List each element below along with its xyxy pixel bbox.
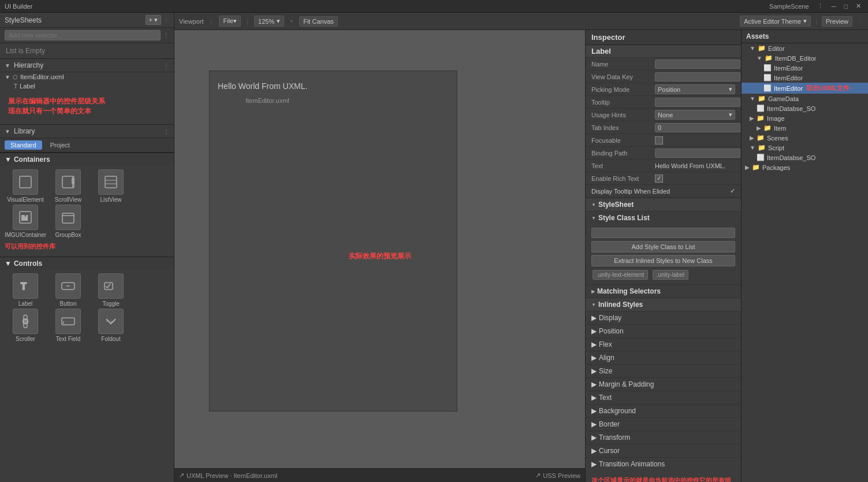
assets-itemdb-folder[interactable]: ▼ 📁 ItemDB_Editor xyxy=(742,53,868,63)
gamedata-expand-icon: ▼ xyxy=(750,95,755,102)
assets-itemeditor-1[interactable]: ⬜ ItemEditor xyxy=(742,63,868,73)
assets-image-folder[interactable]: ▶ 📁 Image xyxy=(742,113,868,123)
group-box-label: GroupBox xyxy=(55,232,81,239)
scene-menu-btn[interactable]: ⋮ xyxy=(815,2,826,10)
lib-item-visual-element[interactable]: VisualElement xyxy=(5,169,46,203)
margin-header[interactable]: ▶ Margin & Padding xyxy=(586,378,741,391)
library-collapse-icon[interactable]: ▼ xyxy=(5,128,10,135)
inspector-usagehints-dropdown[interactable]: None ▾ xyxy=(655,110,735,120)
zoom-dropdown[interactable]: 125% ▾ xyxy=(254,16,284,27)
stylesheet-menu-btn[interactable]: ⋮ xyxy=(163,17,169,23)
inspector-tooltip-input[interactable] xyxy=(655,98,740,107)
selector-options-btn[interactable]: ⋮ xyxy=(163,32,169,39)
cursor-header[interactable]: ▶ Cursor xyxy=(586,444,741,457)
lib-item-scroll-view[interactable]: ScrollView xyxy=(47,169,89,203)
fit-canvas-btn[interactable]: Fit Canvas xyxy=(299,16,338,27)
assets-itemeditor-2[interactable]: ⬜ ItemEditor xyxy=(742,73,868,83)
add-stylesheet-btn[interactable]: + ▾ xyxy=(146,15,161,25)
uss-preview-link[interactable]: ↗ xyxy=(535,472,541,479)
inspector-matching-selectors[interactable]: ▶ Matching Selectors xyxy=(586,284,741,298)
hierarchy-menu-btn[interactable]: ⋮ xyxy=(163,62,169,69)
assets-script-itemdatabse[interactable]: ⬜ ItemDatabse_SO xyxy=(742,153,868,162)
background-header[interactable]: ▶ Background xyxy=(586,405,741,417)
assets-scenes-folder[interactable]: ▶ 📁 Scenes xyxy=(742,133,868,143)
controls-header[interactable]: ▼ Controls xyxy=(0,257,174,270)
library-tab-project[interactable]: Project xyxy=(44,140,76,150)
inspector-pickingmode-dropdown[interactable]: Position ▾ xyxy=(655,84,735,94)
scroll-view-icon xyxy=(55,169,81,195)
close-btn[interactable]: ✕ xyxy=(854,2,863,10)
size-label: Size xyxy=(599,367,612,375)
containers-header[interactable]: ▼ Containers xyxy=(0,153,174,166)
button-label: Button xyxy=(60,301,77,307)
text-section-label: Text xyxy=(599,394,612,402)
library-tabs: Standard Project xyxy=(0,138,174,153)
assets-itemdatabse[interactable]: ⬜ ItemDatabse_SO xyxy=(742,103,868,113)
assets-script-folder[interactable]: ▼ 📁 Script xyxy=(742,143,868,153)
inspector-tabindex-input[interactable] xyxy=(655,123,740,132)
svg-rect-0 xyxy=(20,176,31,188)
position-header[interactable]: ▶ Position xyxy=(586,325,741,338)
editor-expand-icon: ▼ xyxy=(750,45,755,51)
library-menu-btn[interactable]: ⋮ xyxy=(163,128,169,135)
lib-item-foldout[interactable]: Foldout xyxy=(90,309,132,343)
style-class-input[interactable] xyxy=(591,228,735,238)
lib-item-text-field[interactable]: Text Field xyxy=(47,309,89,343)
inspector-text-row: Text Hello World From UXML. xyxy=(586,160,741,172)
text-field-icon xyxy=(55,309,81,334)
uxml-preview-link[interactable]: ↗ xyxy=(179,472,184,479)
inspector-name-input[interactable] xyxy=(655,60,740,69)
extract-styles-btn[interactable]: Extract Inlined Styles to New Class xyxy=(591,255,735,266)
border-header[interactable]: ▶ Border xyxy=(586,418,741,431)
itemdb-folder-icon: 📁 xyxy=(765,54,773,62)
minimize-btn[interactable]: ─ xyxy=(829,3,839,10)
inspector-bindingpath-input[interactable] xyxy=(655,149,740,158)
lib-item-list-view[interactable]: ListView xyxy=(90,169,132,203)
stylesheets-header: StyleSheets + ▾ ⋮ xyxy=(0,13,174,28)
assets-packages-folder[interactable]: ▶ 📁 Packages xyxy=(742,162,868,172)
lib-item-imgui[interactable]: IM IMGUIContainer xyxy=(5,205,46,239)
inspector-viewdatakey-input[interactable] xyxy=(655,72,740,81)
flex-header[interactable]: ▶ Flex xyxy=(586,338,741,351)
inspector-flex-section: ▶ Flex xyxy=(586,338,741,351)
scenes-folder-label: Scenes xyxy=(767,135,788,142)
assets-gamedata-folder[interactable]: ▼ 📁 GameData xyxy=(742,94,868,103)
lib-item-group-box[interactable]: GroupBox xyxy=(47,205,89,239)
preview-btn[interactable]: Preview xyxy=(822,16,852,27)
assets-editor-folder[interactable]: ▼ 📁 Editor xyxy=(742,43,868,53)
display-header[interactable]: ▶ Display xyxy=(586,312,741,324)
inspector-richtext-checkbox[interactable]: ✓ xyxy=(655,175,663,183)
transform-header[interactable]: ▶ Transform xyxy=(586,431,741,444)
lib-item-button[interactable]: Button xyxy=(47,273,89,307)
size-header[interactable]: ▶ Size xyxy=(586,365,741,377)
lib-item-label[interactable]: T Label xyxy=(5,273,46,307)
lib-item-toggle[interactable]: Toggle xyxy=(90,273,132,307)
theme-dropdown[interactable]: Active Editor Theme ▾ xyxy=(740,16,811,27)
inspector-tabindex-label: Tab Index xyxy=(591,124,655,131)
assets-itemeditor-selected[interactable]: ⬜ ItemEditor 双击UXML文件 xyxy=(742,83,868,94)
assets-item-folder[interactable]: ▶ 📁 Item xyxy=(742,123,868,133)
inspector-classlist-section[interactable]: ▼ Style Class List xyxy=(586,211,741,224)
inspector-inlined-styles[interactable]: ▼ Inlined Styles xyxy=(586,298,741,311)
selector-tag-1[interactable]: .unity-label xyxy=(653,270,688,280)
add-style-class-btn[interactable]: Add Style Class to List xyxy=(591,241,735,253)
transition-header[interactable]: ▶ Transition Animations xyxy=(586,458,741,470)
text-section-header[interactable]: ▶ Text xyxy=(586,391,741,404)
label-label: Label xyxy=(18,301,32,307)
align-header[interactable]: ▶ Align xyxy=(586,351,741,364)
inspector-focusable-checkbox[interactable] xyxy=(655,136,663,144)
toolbar-right: Active Editor Theme ▾ | Preview ⋮ xyxy=(740,16,863,27)
viewport-overflow-btn[interactable]: ⋮ xyxy=(857,17,863,25)
packages-expand-icon: ▶ xyxy=(745,164,750,170)
library-tab-standard[interactable]: Standard xyxy=(5,140,42,150)
file-dropdown[interactable]: File▾ xyxy=(219,16,241,27)
hierarchy-root-item[interactable]: ▼ ⬡ ItemEditor.uxml xyxy=(0,72,174,81)
maximize-btn[interactable]: □ xyxy=(841,3,850,10)
hierarchy-label-item[interactable]: T Label xyxy=(0,81,174,91)
inspector-focusable-label: Focusable xyxy=(591,137,655,144)
lib-item-scroller[interactable]: Scroller xyxy=(5,309,46,343)
selector-tag-0[interactable]: .unity-text-element xyxy=(593,270,648,280)
inspector-stylesheet-section[interactable]: ▼ StyleSheet xyxy=(586,198,741,211)
hierarchy-collapse-icon[interactable]: ▼ xyxy=(5,62,10,69)
selector-input[interactable] xyxy=(5,30,161,40)
